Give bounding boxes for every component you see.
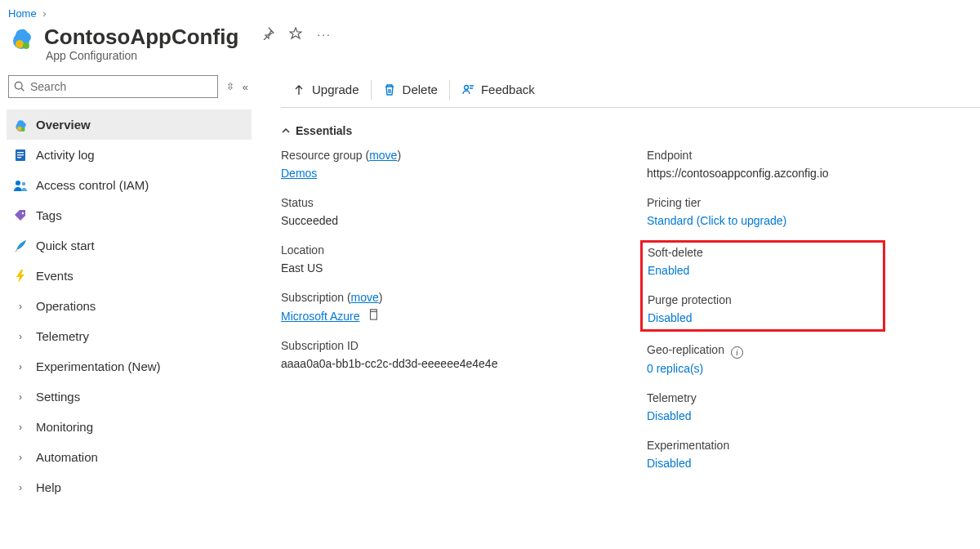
sidebar: ⇳ « Overview Activity log Access control… [0,72,256,502]
tag-icon [13,208,28,223]
toolbar-label: Delete [403,83,438,96]
collapse-sidebar-icon[interactable]: « [243,81,248,93]
sidebar-item-monitoring[interactable]: › Monitoring [7,412,252,442]
chevron-right-icon: › [13,391,28,403]
sidebar-item-label: Access control (IAM) [36,178,149,192]
toolbar-label: Upgrade [312,83,359,96]
page-title: ContosoAppConfig [44,25,238,50]
essentials-toggle[interactable]: Essentials [281,108,980,149]
delete-button[interactable]: Delete [372,72,449,108]
field-status: Status Succeeded [281,196,614,227]
trash-icon [383,83,396,96]
field-subscription: Subscription (move) Microsoft Azure [281,291,614,323]
people-icon [13,178,28,193]
sidebar-item-events[interactable]: Events [7,261,252,291]
sidebar-item-automation[interactable]: › Automation [7,442,252,472]
resource-group-link[interactable]: Demos [281,167,317,180]
svg-point-10 [16,181,20,185]
svg-rect-9 [17,157,21,158]
sidebar-item-activity-log[interactable]: Activity log [7,140,252,170]
chevron-right-icon: › [13,422,28,433]
svg-point-2 [15,82,22,89]
sidebar-item-settings[interactable]: › Settings [7,382,252,412]
page-subtitle: App Configuration [0,49,980,72]
sidebar-item-label: Operations [36,299,96,313]
field-location: Location East US [281,243,614,274]
svg-point-13 [464,85,468,89]
field-soft-delete: Soft-delete Enabled [648,246,878,277]
field-value: https://contosoappconfig.azconfig.io [647,167,980,180]
breadcrumb: Home › [0,0,980,21]
rocket-icon [13,239,28,253]
experimentation-link[interactable]: Disabled [647,457,980,470]
move-subscription-link[interactable]: move [351,291,379,304]
expand-icon[interactable]: ⇳ [226,81,234,92]
pin-icon[interactable] [261,27,274,42]
sidebar-item-access-control[interactable]: Access control (IAM) [7,170,252,200]
svg-point-0 [16,40,24,48]
info-icon[interactable]: i [731,346,743,359]
copy-icon[interactable] [368,310,379,323]
field-label: Soft-delete [648,246,878,259]
field-resource-group: Resource group (move) Demos [281,149,614,180]
essentials-left-column: Resource group (move) Demos Status Succe… [281,149,614,486]
chevron-right-icon: › [13,361,28,373]
pricing-tier-link[interactable]: Standard (Click to upgrade) [647,214,980,227]
telemetry-link[interactable]: Disabled [647,409,980,422]
sidebar-item-telemetry[interactable]: › Telemetry [7,321,252,351]
sidebar-item-label: Events [36,269,74,283]
star-icon[interactable] [289,27,302,42]
svg-point-1 [23,42,29,49]
sidebar-item-label: Activity log [36,148,95,162]
purge-protection-link[interactable]: Disabled [648,311,878,324]
field-experimentation: Experimentation Disabled [647,439,980,470]
essentials-heading: Essentials [296,124,352,137]
field-geo-replication: Geo-replication i 0 replica(s) [647,343,980,375]
breadcrumb-home-link[interactable]: Home [8,7,37,20]
field-endpoint: Endpoint https://contosoappconfig.azconf… [647,149,980,180]
sidebar-item-label: Tags [36,208,62,222]
sidebar-item-label: Help [36,480,61,494]
sidebar-item-label: Settings [36,390,80,404]
field-label: Purge protection [648,293,878,306]
svg-point-5 [21,127,25,132]
sidebar-item-label: Monitoring [36,420,93,434]
chevron-right-icon: › [13,331,28,342]
toolbar: Upgrade Delete Feedback [281,72,980,108]
more-icon[interactable]: ··· [317,28,332,41]
log-icon [13,148,28,163]
field-label: Subscription ID [281,339,614,352]
upgrade-button[interactable]: Upgrade [281,72,371,108]
search-input[interactable] [30,80,212,93]
toolbar-label: Feedback [481,83,535,96]
svg-rect-7 [17,152,24,153]
sidebar-search[interactable] [8,75,218,98]
sidebar-item-label: Experimentation (New) [36,359,161,373]
move-resource-group-link[interactable]: move [369,149,397,162]
field-label: Experimentation [647,439,980,452]
sidebar-item-operations[interactable]: › Operations [7,291,252,321]
field-value: Succeeded [281,214,614,227]
appconfig-resource-icon [8,25,34,51]
field-purge-protection: Purge protection Disabled [648,293,878,324]
sidebar-item-experimentation[interactable]: › Experimentation (New) [7,351,252,382]
field-pricing-tier: Pricing tier Standard (Click to upgrade) [647,196,980,227]
appconfig-icon [13,118,28,132]
sidebar-item-label: Quick start [36,239,95,252]
sidebar-item-tags[interactable]: Tags [7,200,252,230]
chevron-right-icon: › [13,482,28,493]
subscription-link[interactable]: Microsoft Azure [281,310,359,323]
field-label: Resource group ( [281,149,369,162]
field-telemetry: Telemetry Disabled [647,391,980,422]
geo-replication-link[interactable]: 0 replica(s) [647,362,980,375]
sidebar-item-quick-start[interactable]: Quick start [7,230,252,261]
soft-delete-link[interactable]: Enabled [648,264,878,277]
sidebar-item-label: Automation [36,450,98,464]
sidebar-item-overview[interactable]: Overview [7,109,252,140]
field-value: East US [281,261,614,274]
svg-point-12 [22,212,24,214]
feedback-button[interactable]: Feedback [450,72,546,108]
sidebar-item-help[interactable]: › Help [7,472,252,502]
field-label: Geo-replication [647,343,724,356]
feedback-icon [461,83,474,96]
